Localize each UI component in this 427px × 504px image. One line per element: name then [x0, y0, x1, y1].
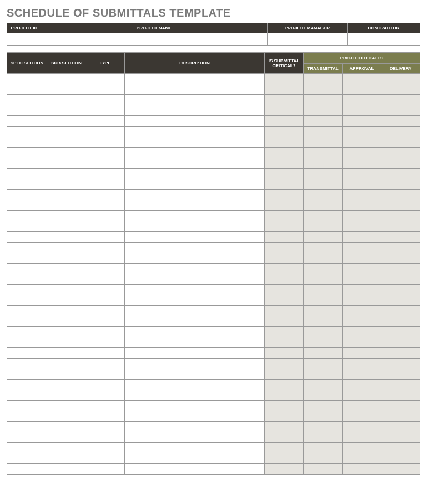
cell-type[interactable] — [86, 158, 125, 169]
cell-spec-section[interactable] — [7, 306, 47, 316]
cell-type[interactable] — [86, 169, 125, 179]
cell-delivery[interactable] — [381, 84, 420, 95]
cell-critical[interactable] — [265, 169, 304, 179]
cell-sub-section[interactable] — [47, 443, 86, 453]
cell-approval[interactable] — [343, 432, 381, 443]
cell-critical[interactable] — [265, 401, 304, 411]
cell-sub-section[interactable] — [47, 274, 86, 285]
cell-description[interactable] — [125, 211, 265, 221]
cell-transmittal[interactable] — [304, 158, 343, 169]
cell-type[interactable] — [86, 327, 125, 337]
cell-description[interactable] — [125, 243, 265, 253]
cell-description[interactable] — [125, 179, 265, 190]
cell-transmittal[interactable] — [304, 327, 343, 337]
cell-critical[interactable] — [265, 264, 304, 274]
cell-sub-section[interactable] — [47, 337, 86, 348]
cell-sub-section[interactable] — [47, 453, 86, 464]
cell-sub-section[interactable] — [47, 137, 86, 148]
cell-spec-section[interactable] — [7, 348, 47, 359]
cell-description[interactable] — [125, 453, 265, 464]
cell-approval[interactable] — [343, 422, 381, 432]
cell-spec-section[interactable] — [7, 148, 47, 158]
cell-type[interactable] — [86, 274, 125, 285]
cell-spec-section[interactable] — [7, 169, 47, 179]
cell-critical[interactable] — [265, 316, 304, 327]
cell-transmittal[interactable] — [304, 169, 343, 179]
cell-critical[interactable] — [265, 369, 304, 380]
cell-transmittal[interactable] — [304, 243, 343, 253]
cell-transmittal[interactable] — [304, 84, 343, 95]
cell-spec-section[interactable] — [7, 337, 47, 348]
cell-spec-section[interactable] — [7, 179, 47, 190]
cell-delivery[interactable] — [381, 327, 420, 337]
cell-transmittal[interactable] — [304, 380, 343, 390]
cell-approval[interactable] — [343, 95, 381, 105]
cell-type[interactable] — [86, 116, 125, 127]
cell-project-id[interactable] — [7, 33, 41, 46]
cell-sub-section[interactable] — [47, 306, 86, 316]
cell-transmittal[interactable] — [304, 221, 343, 232]
cell-approval[interactable] — [343, 211, 381, 221]
cell-spec-section[interactable] — [7, 443, 47, 453]
cell-description[interactable] — [125, 264, 265, 274]
cell-delivery[interactable] — [381, 422, 420, 432]
cell-delivery[interactable] — [381, 432, 420, 443]
cell-delivery[interactable] — [381, 127, 420, 137]
cell-description[interactable] — [125, 127, 265, 137]
cell-spec-section[interactable] — [7, 264, 47, 274]
cell-transmittal[interactable] — [304, 137, 343, 148]
cell-sub-section[interactable] — [47, 401, 86, 411]
cell-delivery[interactable] — [381, 264, 420, 274]
cell-delivery[interactable] — [381, 285, 420, 295]
cell-approval[interactable] — [343, 169, 381, 179]
cell-description[interactable] — [125, 74, 265, 84]
cell-critical[interactable] — [265, 285, 304, 295]
cell-transmittal[interactable] — [304, 285, 343, 295]
cell-delivery[interactable] — [381, 232, 420, 243]
cell-delivery[interactable] — [381, 116, 420, 127]
cell-transmittal[interactable] — [304, 432, 343, 443]
cell-approval[interactable] — [343, 390, 381, 401]
cell-spec-section[interactable] — [7, 432, 47, 443]
cell-spec-section[interactable] — [7, 95, 47, 105]
cell-transmittal[interactable] — [304, 148, 343, 158]
cell-critical[interactable] — [265, 306, 304, 316]
cell-type[interactable] — [86, 443, 125, 453]
cell-sub-section[interactable] — [47, 95, 86, 105]
cell-spec-section[interactable] — [7, 401, 47, 411]
cell-approval[interactable] — [343, 116, 381, 127]
cell-delivery[interactable] — [381, 274, 420, 285]
cell-type[interactable] — [86, 253, 125, 264]
cell-description[interactable] — [125, 274, 265, 285]
cell-description[interactable] — [125, 327, 265, 337]
cell-critical[interactable] — [265, 253, 304, 264]
cell-sub-section[interactable] — [47, 221, 86, 232]
cell-critical[interactable] — [265, 158, 304, 169]
cell-delivery[interactable] — [381, 380, 420, 390]
cell-contractor[interactable] — [347, 33, 420, 46]
cell-approval[interactable] — [343, 179, 381, 190]
cell-delivery[interactable] — [381, 401, 420, 411]
cell-spec-section[interactable] — [7, 369, 47, 380]
cell-critical[interactable] — [265, 380, 304, 390]
cell-description[interactable] — [125, 148, 265, 158]
cell-transmittal[interactable] — [304, 359, 343, 369]
cell-sub-section[interactable] — [47, 200, 86, 211]
cell-approval[interactable] — [343, 232, 381, 243]
cell-type[interactable] — [86, 359, 125, 369]
cell-description[interactable] — [125, 232, 265, 243]
cell-type[interactable] — [86, 221, 125, 232]
cell-sub-section[interactable] — [47, 190, 86, 200]
cell-approval[interactable] — [343, 443, 381, 453]
cell-sub-section[interactable] — [47, 432, 86, 443]
cell-sub-section[interactable] — [47, 422, 86, 432]
cell-sub-section[interactable] — [47, 411, 86, 422]
cell-approval[interactable] — [343, 127, 381, 137]
cell-type[interactable] — [86, 264, 125, 274]
cell-type[interactable] — [86, 243, 125, 253]
cell-sub-section[interactable] — [47, 105, 86, 116]
cell-approval[interactable] — [343, 316, 381, 327]
cell-transmittal[interactable] — [304, 306, 343, 316]
cell-spec-section[interactable] — [7, 84, 47, 95]
cell-delivery[interactable] — [381, 295, 420, 306]
